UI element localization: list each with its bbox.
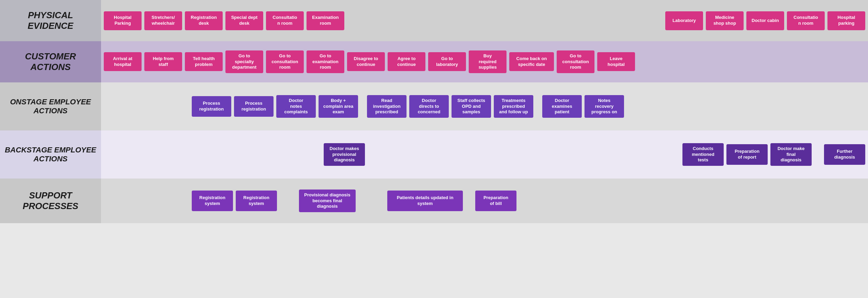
blueprint-diagram: PHYSICAL EVIDENCE HospitalParking Stretc… (0, 0, 868, 223)
card-disagree: Disagree tocontinue (347, 52, 385, 71)
card-patients-updated: Patients details updated in system (387, 191, 463, 211)
card-process-reg1: Processregistration (192, 96, 231, 117)
customer-actions-label: CUSTOMER ACTIONS (0, 41, 101, 82)
card-go-examination: Go toexaminationroom (307, 50, 344, 73)
card-go-laboratory: Go tolaboratory (428, 52, 466, 71)
card-treatments: Treatmentsprescribedand follow up (494, 95, 533, 118)
card-doctor-directs: Doctordirects toconcerned (409, 95, 449, 118)
physical-evidence-label: PHYSICAL EVIDENCE (0, 0, 101, 41)
card-body-exam: Body +complain areaexam (319, 95, 358, 118)
customer-actions-row: CUSTOMER ACTIONS Arrival athospital Help… (0, 41, 868, 82)
card-preparation-report: Preparationof report (726, 144, 768, 165)
card-hospital-parking2: Hospitalparking (827, 11, 865, 30)
card-doctor-cabin: Doctor cabin (746, 11, 784, 30)
card-process-reg2: Processregistration (234, 96, 274, 117)
card-go-specialty: Go tospecialtydepartment (225, 50, 263, 73)
support-label-text: SUPPORT PROCESSES (23, 190, 78, 211)
physical-cards: HospitalParking Stretchers/wheelchair Re… (104, 11, 865, 30)
card-stretchers: Stretchers/wheelchair (144, 11, 182, 30)
card-help-staff: Help fromstaff (144, 52, 182, 71)
onstage-content: Processregistration Processregistration … (101, 82, 868, 130)
card-preparation-bill: Preparationof bill (475, 191, 516, 211)
backstage-label-text: BACKSTAGE EMPLOYEE ACTIONS (5, 146, 96, 164)
card-doctor-examines: Doctorexaminespatient (542, 95, 582, 118)
card-read-investigation: Readinvestigationprescribed (367, 95, 407, 118)
card-provisional-final: Provisional diagnosisbecomes finaldiagno… (299, 190, 356, 213)
card-agree: Agree tocontinue (388, 52, 425, 71)
physical-content: HospitalParking Stretchers/wheelchair Re… (101, 0, 868, 41)
card-conducts-tests: Conductsmentionedtests (682, 143, 724, 166)
card-leave: Leavehospital (597, 52, 635, 71)
onstage-row: ONSTAGE EMPLOYEE ACTIONS Processregistra… (0, 82, 868, 130)
support-content: Registrationsystem Registrationsystem Pr… (101, 179, 868, 223)
customer-label-text: CUSTOMER ACTIONS (25, 51, 76, 72)
support-label: SUPPORT PROCESSES (0, 179, 101, 223)
card-reg-system1: Registrationsystem (192, 191, 233, 211)
card-consultation-room2: Consultation room (787, 11, 825, 30)
physical-label-text: PHYSICAL EVIDENCE (28, 10, 74, 31)
card-come-back: Come back onspecific date (509, 52, 554, 71)
card-buy-supplies: Buyrequiredsupplies (469, 50, 507, 73)
card-medicine-shop: Medicineshop shop (706, 11, 744, 30)
card-consultation-room1: Consultation room (266, 11, 304, 30)
support-row: SUPPORT PROCESSES Registrationsystem Reg… (0, 179, 868, 223)
support-cards: Registrationsystem Registrationsystem Pr… (104, 190, 865, 213)
card-further-diagnosis: Furtherdiagnosis (824, 144, 865, 165)
backstage-content: Doctor makesprovisionaldiagnosis Conduct… (101, 130, 868, 179)
card-go-consultation1: Go toconsultationroom (266, 50, 304, 73)
card-notes-recovery: Notesrecoveryprogress on (585, 95, 624, 118)
card-registration-desk: Registrationdesk (185, 11, 223, 30)
customer-cards: Arrival athospital Help fromstaff Tell h… (104, 50, 865, 73)
card-arrival: Arrival athospital (104, 52, 142, 71)
card-examination-room: Examinationroom (307, 11, 344, 30)
card-staff-collects: Staff collectsOPD andsamples (452, 95, 491, 118)
backstage-row: BACKSTAGE EMPLOYEE ACTIONS Doctor makesp… (0, 130, 868, 179)
customer-content: Arrival athospital Help fromstaff Tell h… (101, 41, 868, 82)
onstage-cards: Processregistration Processregistration … (104, 95, 865, 118)
backstage-label: BACKSTAGE EMPLOYEE ACTIONS (0, 130, 101, 179)
backstage-cards: Doctor makesprovisionaldiagnosis Conduct… (104, 143, 865, 166)
onstage-label-text: ONSTAGE EMPLOYEE ACTIONS (10, 98, 91, 116)
card-go-consultation2: Go toconsultationroom (557, 50, 594, 73)
physical-evidence-row: PHYSICAL EVIDENCE HospitalParking Stretc… (0, 0, 868, 41)
card-hospital-parking: HospitalParking (104, 11, 142, 30)
onstage-label: ONSTAGE EMPLOYEE ACTIONS (0, 82, 101, 130)
card-provisional-diagnosis: Doctor makesprovisionaldiagnosis (324, 143, 365, 166)
card-tell-health: Tell healthproblem (185, 52, 223, 71)
card-doctor-final: Doctor makefinaldiagnosis (770, 143, 812, 166)
card-special-dept-desk: Special deptdesk (225, 11, 263, 30)
card-doctor-notes: Doctornotescomplaints (276, 95, 316, 118)
card-reg-system2: Registrationsystem (236, 191, 277, 211)
card-laboratory: Laboratory (665, 11, 703, 30)
